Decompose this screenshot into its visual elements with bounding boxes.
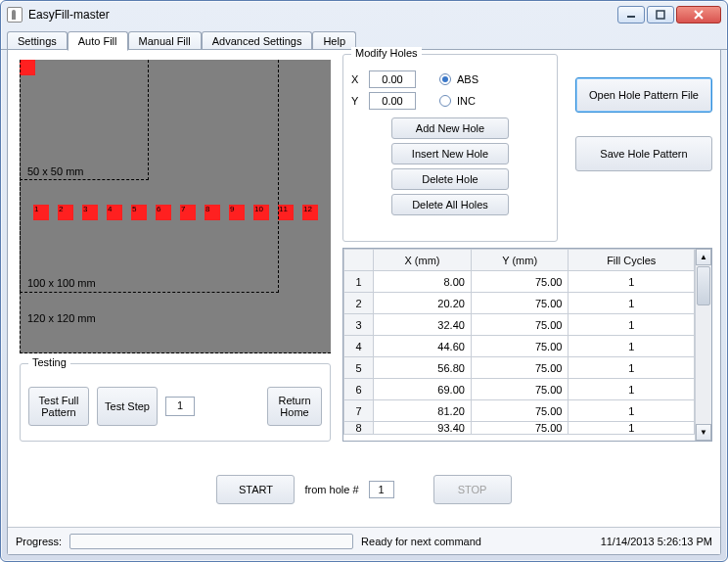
run-bar: START from hole # 1 STOP bbox=[8, 470, 720, 509]
delete-all-holes-button[interactable]: Delete All Holes bbox=[391, 194, 509, 215]
cell-x[interactable]: 81.20 bbox=[374, 400, 472, 422]
table-row[interactable]: 669.0075.001 bbox=[344, 379, 695, 400]
cell-y[interactable]: 75.00 bbox=[471, 336, 569, 357]
cell-fill[interactable]: 1 bbox=[569, 379, 695, 400]
y-label: Y bbox=[351, 95, 363, 107]
table-header-row bbox=[344, 250, 374, 271]
table-row[interactable]: 556.8075.001 bbox=[344, 357, 695, 379]
stop-button[interactable]: STOP bbox=[433, 475, 512, 504]
save-hole-pattern-button[interactable]: Save Hole Pattern bbox=[575, 136, 712, 171]
cell-y[interactable]: 75.00 bbox=[471, 314, 569, 336]
minimize-button[interactable] bbox=[617, 6, 645, 23]
cell-fill[interactable]: 1 bbox=[569, 400, 695, 422]
svg-rect-1 bbox=[657, 11, 664, 19]
pattern-preview: 50 x 50 mm 123456789101112 100 x 100 mm … bbox=[20, 60, 331, 353]
tab-settings[interactable]: Settings bbox=[7, 31, 68, 50]
delete-hole-button[interactable]: Delete Hole bbox=[391, 168, 509, 190]
table-scrollbar[interactable]: ▲ ▼ bbox=[695, 249, 711, 441]
tab-help[interactable]: Help bbox=[312, 31, 356, 50]
cell-x[interactable]: 32.40 bbox=[374, 314, 472, 336]
table-row[interactable]: 781.2075.001 bbox=[344, 400, 695, 422]
progress-label: Progress: bbox=[16, 536, 62, 547]
scroll-up-button[interactable]: ▲ bbox=[696, 249, 711, 265]
guide-120 bbox=[20, 60, 331, 353]
row-number: 4 bbox=[344, 336, 374, 357]
testing-group: Testing Test Full Pattern Test Step 1 Re… bbox=[20, 363, 331, 442]
scroll-down-button[interactable]: ▼ bbox=[696, 424, 711, 441]
tab-manual-fill[interactable]: Manual Fill bbox=[128, 31, 202, 50]
open-hole-pattern-button[interactable]: Open Hole Pattern File bbox=[575, 77, 712, 113]
insert-new-hole-button[interactable]: Insert New Hole bbox=[391, 143, 509, 164]
status-message: Ready for next command bbox=[361, 536, 481, 547]
cell-y[interactable]: 75.00 bbox=[471, 271, 569, 293]
modify-legend: Modify Holes bbox=[351, 47, 422, 59]
from-hole-label: from hole # bbox=[304, 484, 358, 495]
row-number: 7 bbox=[344, 400, 374, 422]
content-area: 50 x 50 mm 123456789101112 100 x 100 mm … bbox=[7, 50, 721, 555]
cell-fill[interactable]: 1 bbox=[569, 422, 695, 435]
cell-fill[interactable]: 1 bbox=[569, 314, 695, 336]
return-home-button[interactable]: Return Home bbox=[267, 387, 322, 426]
table-header-fill[interactable]: Fill Cycles bbox=[569, 250, 695, 271]
inc-label: INC bbox=[457, 95, 476, 107]
start-button[interactable]: START bbox=[216, 475, 295, 504]
scroll-track[interactable] bbox=[696, 306, 711, 424]
table-header-x[interactable]: X (mm) bbox=[374, 250, 472, 271]
holes-table[interactable]: X (mm) Y (mm) Fill Cycles 18.0075.001220… bbox=[342, 248, 712, 442]
cell-x[interactable]: 44.60 bbox=[374, 336, 472, 357]
app-icon bbox=[7, 7, 23, 23]
table-row[interactable]: 18.0075.001 bbox=[344, 271, 695, 293]
abs-radio[interactable] bbox=[439, 73, 451, 85]
cell-y[interactable]: 75.00 bbox=[471, 293, 569, 314]
table-row[interactable]: 332.4075.001 bbox=[344, 314, 695, 336]
modify-holes-group: Modify Holes X 0.00 ABS Y 0.00 INC Add N… bbox=[342, 54, 558, 242]
window-title: EasyFill-master bbox=[28, 8, 617, 22]
row-number: 6 bbox=[344, 379, 374, 400]
table-row[interactable]: 220.2075.001 bbox=[344, 293, 695, 314]
status-timestamp: 11/14/2013 5:26:13 PM bbox=[601, 536, 712, 547]
titlebar: EasyFill-master bbox=[1, 1, 727, 28]
cell-fill[interactable]: 1 bbox=[569, 357, 695, 379]
row-number: 3 bbox=[344, 314, 374, 336]
cell-fill[interactable]: 1 bbox=[569, 271, 695, 293]
close-button[interactable] bbox=[676, 6, 721, 23]
row-number: 8 bbox=[344, 422, 374, 435]
size-label-120: 120 x 120 mm bbox=[27, 312, 96, 324]
cell-x[interactable]: 93.40 bbox=[374, 422, 472, 435]
cell-fill[interactable]: 1 bbox=[569, 293, 695, 314]
row-number: 5 bbox=[344, 357, 374, 379]
cell-x[interactable]: 56.80 bbox=[374, 357, 472, 379]
table-row[interactable]: 893.4075.001 bbox=[344, 422, 695, 435]
x-label: X bbox=[351, 73, 363, 85]
tab-advanced-settings[interactable]: Advanced Settings bbox=[202, 31, 313, 50]
row-number: 2 bbox=[344, 293, 374, 314]
cell-y[interactable]: 75.00 bbox=[471, 400, 569, 422]
cell-y[interactable]: 75.00 bbox=[471, 422, 569, 435]
cell-y[interactable]: 75.00 bbox=[471, 357, 569, 379]
tab-auto-fill[interactable]: Auto Fill bbox=[68, 31, 128, 51]
cell-x[interactable]: 20.20 bbox=[374, 293, 472, 314]
cell-fill[interactable]: 1 bbox=[569, 336, 695, 357]
row-number: 1 bbox=[344, 271, 374, 293]
cell-x[interactable]: 69.00 bbox=[374, 379, 472, 400]
abs-label: ABS bbox=[457, 73, 478, 85]
table-row[interactable]: 444.6075.001 bbox=[344, 336, 695, 357]
testing-legend: Testing bbox=[28, 356, 70, 368]
status-bar: Progress: Ready for next command 11/14/2… bbox=[8, 527, 720, 554]
test-step-button[interactable]: Test Step bbox=[97, 387, 158, 426]
add-new-hole-button[interactable]: Add New Hole bbox=[391, 117, 509, 139]
test-step-value-input[interactable]: 1 bbox=[165, 397, 195, 416]
maximize-button[interactable] bbox=[647, 6, 674, 23]
inc-radio[interactable] bbox=[439, 95, 451, 107]
y-input[interactable]: 0.00 bbox=[369, 92, 416, 110]
scroll-thumb[interactable] bbox=[697, 266, 710, 305]
test-full-pattern-button[interactable]: Test Full Pattern bbox=[28, 387, 89, 426]
x-input[interactable]: 0.00 bbox=[369, 70, 416, 88]
progress-bar bbox=[69, 534, 353, 549]
from-hole-input[interactable]: 1 bbox=[369, 481, 394, 498]
cell-x[interactable]: 8.00 bbox=[374, 271, 472, 293]
cell-y[interactable]: 75.00 bbox=[471, 379, 569, 400]
table-header-y[interactable]: Y (mm) bbox=[471, 250, 569, 271]
